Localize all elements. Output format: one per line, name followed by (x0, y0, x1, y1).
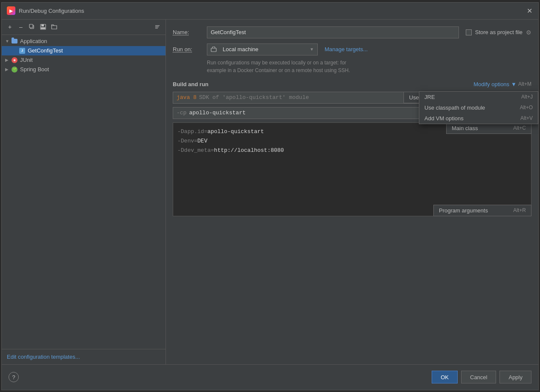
run-debug-dialog: ▶ Run/Debug Configurations ✕ + – (1, 2, 539, 390)
vm-flag-3: -Ddev_meta= (177, 147, 214, 154)
title-bar: ▶ Run/Debug Configurations ✕ (2, 3, 538, 20)
remove-config-button[interactable]: – (16, 22, 26, 32)
svg-rect-1 (29, 24, 33, 28)
sort-button[interactable] (153, 22, 162, 32)
main-class-item[interactable]: Main class Alt+C (447, 123, 531, 134)
cp-value: apollo-quickstart (189, 110, 246, 116)
modify-options-dropdown: JRE Alt+J Use classpath of module Alt+O … (419, 91, 538, 124)
spring-icon: 🌱 (11, 66, 18, 73)
program-args-overlay: Program arguments Alt+R (433, 205, 531, 216)
section-header-wrapper: Build and run Modify options ▼ Alt+M JRE (173, 81, 531, 87)
svg-rect-4 (41, 27, 45, 29)
local-machine-label: Local machine (223, 46, 258, 52)
vm-flag-1: -Dapp.id= (177, 128, 207, 135)
ok-button[interactable]: OK (432, 371, 458, 383)
name-label: Name: (173, 29, 207, 35)
vm-line-3: -Ddev_meta=http://localhost:8080 (177, 146, 527, 155)
section-header: Build and run Modify options ▼ Alt+M JRE (173, 81, 531, 87)
sdk-java-keyword: java 8 (177, 94, 197, 101)
sidebar-item-junit[interactable]: ▶ ◉ JUnit (2, 55, 165, 65)
run-on-dropdown[interactable]: Local machine ▼ (207, 44, 318, 55)
dropdown-jre[interactable]: JRE Alt+J (419, 92, 538, 102)
store-project-row: Store as project file ⚙ (466, 29, 531, 36)
sidebar-bottom: Edit configuration templates... (2, 349, 165, 364)
arrow-application: ▼ (5, 39, 11, 44)
section-title: Build and run (173, 81, 209, 87)
config-tree: ▼ Application J GetConfigTest ▶ (2, 35, 165, 349)
dialog-title: Run/Debug Configurations (19, 8, 84, 14)
manage-targets-link[interactable]: Manage targets... (325, 46, 368, 52)
name-row: Name: Store as project file ⚙ (173, 26, 531, 38)
run-description: Run configurations may be executed local… (207, 59, 531, 74)
edit-templates-link[interactable]: Edit configuration templates... (7, 354, 80, 360)
vm-options-container: -Dapp.id=apollo-quickstart -Denv=DEV -Dd… (173, 122, 531, 216)
name-input[interactable] (207, 26, 459, 38)
svg-rect-3 (41, 24, 44, 26)
folder-button[interactable] (49, 22, 59, 32)
folder-icon (11, 38, 18, 45)
main-content: + – (2, 20, 538, 364)
dropdown-use-classpath[interactable]: Use classpath of module Alt+O (419, 102, 538, 113)
vm-value-1: apollo-quickstart (207, 128, 264, 135)
close-button[interactable]: ✕ (525, 7, 533, 15)
sidebar-item-springboot[interactable]: ▶ 🌱 Spring Boot (2, 65, 165, 74)
cp-flag: -cp (177, 110, 186, 116)
sidebar-item-getconfigtest[interactable]: J GetConfigTest (2, 46, 165, 55)
save-config-button[interactable] (38, 22, 48, 32)
vm-line-2: -Denv=DEV (177, 136, 527, 146)
apply-button[interactable]: Apply (499, 371, 531, 383)
vm-value-3: http://localhost:8080 (214, 147, 284, 154)
store-project-checkbox[interactable] (466, 29, 472, 35)
getconfigtest-label: GetConfigTest (28, 47, 63, 54)
store-project-label: Store as project file (475, 29, 523, 35)
junit-icon: ◉ (11, 57, 18, 64)
arrow-junit: ▶ (5, 58, 11, 62)
run-on-row: Run on: Local machine ▼ Manage targets..… (173, 44, 531, 55)
dropdown-add-vm[interactable]: Add VM options Alt+V (419, 113, 538, 124)
run-on-arrow: ▼ (310, 47, 314, 52)
run-on-label: Run on: (173, 46, 207, 52)
vm-options-area[interactable]: -Dapp.id=apollo-quickstart -Denv=DEV -Dd… (173, 122, 531, 216)
cancel-button[interactable]: Cancel (461, 371, 496, 383)
sidebar: + – (2, 20, 166, 364)
gear-icon[interactable]: ⚙ (526, 29, 531, 36)
arrow-springboot: ▶ (5, 67, 11, 72)
application-label: Application (20, 38, 47, 44)
build-run-section: Build and run Modify options ▼ Alt+M JRE (173, 81, 531, 216)
title-bar-left: ▶ Run/Debug Configurations (7, 6, 84, 15)
add-config-button[interactable]: + (5, 22, 15, 32)
right-panel: Name: Store as project file ⚙ Run on: Lo… (166, 20, 538, 364)
sdk-desc: SDK of 'apollo-quickstart' module (199, 94, 309, 101)
modify-shortcut: Alt+M (518, 81, 531, 87)
junit-label: JUnit (20, 57, 33, 63)
vm-value-2: DEV (197, 138, 207, 144)
modify-options-button[interactable]: Modify options ▼ Alt+M (473, 81, 531, 87)
java-class-icon: J (19, 47, 26, 54)
main-class-overlay: Main class Alt+C (446, 122, 531, 134)
springboot-label: Spring Boot (20, 66, 49, 73)
app-logo: ▶ (7, 6, 15, 15)
sidebar-toolbar: + – (2, 20, 165, 35)
sidebar-item-application[interactable]: ▼ Application (2, 37, 165, 46)
program-args-item[interactable]: Program arguments Alt+R (434, 205, 531, 216)
help-button[interactable]: ? (9, 372, 19, 382)
copy-config-button[interactable] (27, 22, 37, 32)
modify-options-container: Modify options ▼ Alt+M JRE Alt+J (473, 81, 531, 87)
bottom-bar: ? OK Cancel Apply (2, 364, 538, 390)
vm-flag-2: -Denv= (177, 138, 197, 144)
svg-rect-8 (211, 48, 216, 52)
